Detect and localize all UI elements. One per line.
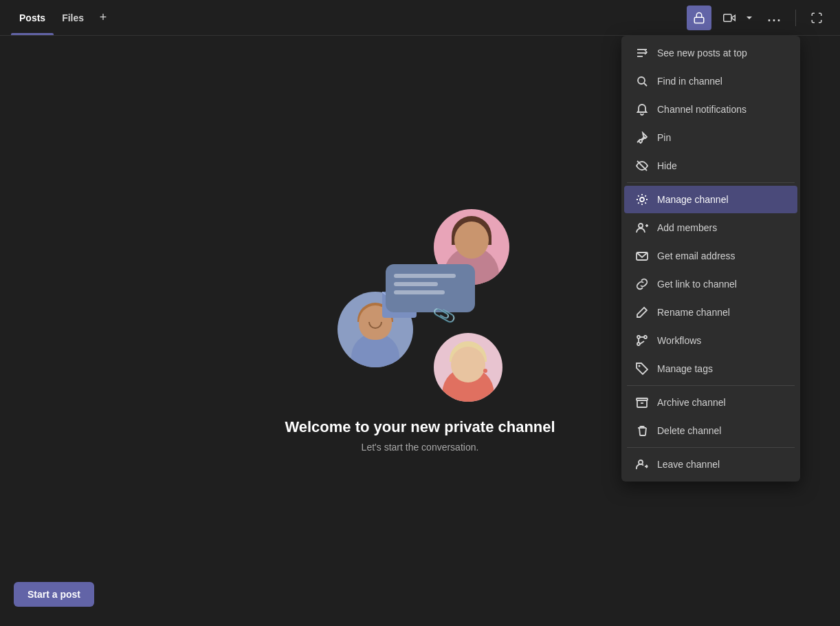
search-icon [635, 74, 649, 88]
svg-rect-2 [724, 14, 731, 21]
workflows-icon [635, 334, 649, 347]
menu-item-workflows[interactable]: Workflows [624, 327, 797, 354]
menu-item-channel-notifications[interactable]: Channel notifications [624, 96, 797, 123]
menu-item-find-in-channel[interactable]: Find in channel [624, 67, 797, 95]
svg-point-12 [640, 197, 644, 202]
svg-marker-1 [731, 15, 735, 21]
menu-divider-3 [627, 447, 795, 448]
svg-point-18 [644, 336, 647, 338]
add-person-icon [635, 221, 649, 235]
menu-item-delete-channel[interactable]: Delete channel [624, 417, 797, 444]
menu-item-manage-tags[interactable]: Manage tags [624, 355, 797, 382]
svg-rect-0 [694, 17, 704, 23]
more-options-button[interactable]: ... [762, 6, 787, 30]
welcome-title: Welcome to your new private channel [285, 418, 555, 436]
toolbar-divider [795, 10, 796, 26]
svg-point-23 [639, 365, 641, 367]
video-dropdown-button[interactable] [742, 6, 757, 30]
start-post-button[interactable]: Start a post [14, 582, 94, 607]
bell-icon [635, 102, 649, 116]
menu-item-rename-channel[interactable]: Rename channel [624, 299, 797, 326]
archive-icon [635, 396, 649, 409]
svg-rect-24 [637, 398, 648, 400]
video-button[interactable] [717, 6, 742, 30]
svg-point-19 [637, 343, 640, 345]
menu-item-hide[interactable]: Hide [624, 152, 797, 180]
video-button-group [717, 6, 757, 30]
svg-point-8 [638, 77, 645, 84]
lock-button[interactable] [687, 6, 711, 30]
menu-item-archive-channel[interactable]: Archive channel [624, 389, 797, 416]
menu-item-pin[interactable]: Pin [624, 124, 797, 151]
link-icon [635, 277, 649, 291]
svg-line-22 [640, 341, 644, 344]
pencil-icon [635, 305, 649, 319]
menu-item-get-email-address[interactable]: Get email address [624, 242, 797, 270]
add-tab-button[interactable]: + [92, 7, 114, 29]
expand-button[interactable] [804, 6, 829, 30]
hide-icon [635, 159, 649, 173]
pin-icon [635, 131, 649, 144]
tag-icon [635, 362, 649, 376]
lines-icon [635, 46, 649, 60]
toolbar-right: ... [687, 6, 829, 30]
menu-item-manage-channel[interactable]: Manage channel [624, 186, 797, 213]
welcome-subtitle: Let's start the conversation. [362, 442, 479, 453]
svg-point-13 [639, 224, 643, 228]
menu-item-see-new-posts[interactable]: See new posts at top [624, 39, 797, 67]
svg-point-17 [637, 336, 640, 338]
menu-item-add-members[interactable]: Add members [624, 214, 797, 241]
channel-options-dropdown: See new posts at top Find in channel Cha… [621, 36, 800, 482]
tab-posts[interactable]: Posts [11, 0, 54, 35]
chat-bubble [386, 264, 475, 312]
leave-icon [635, 457, 649, 471]
menu-divider-2 [627, 385, 795, 386]
tab-bar: Posts Files + [0, 0, 840, 36]
tab-files[interactable]: Files [54, 0, 92, 35]
illustration: 📎 [317, 209, 523, 402]
chat-bubble-area: 📎 [379, 264, 489, 347]
menu-item-leave-channel[interactable]: Leave channel [624, 451, 797, 478]
menu-item-get-link-to-channel[interactable]: Get link to channel [624, 270, 797, 298]
email-icon [635, 249, 649, 263]
menu-divider-1 [627, 182, 795, 183]
gear-icon [635, 193, 649, 206]
trash-icon [635, 424, 649, 438]
svg-line-9 [644, 83, 647, 86]
